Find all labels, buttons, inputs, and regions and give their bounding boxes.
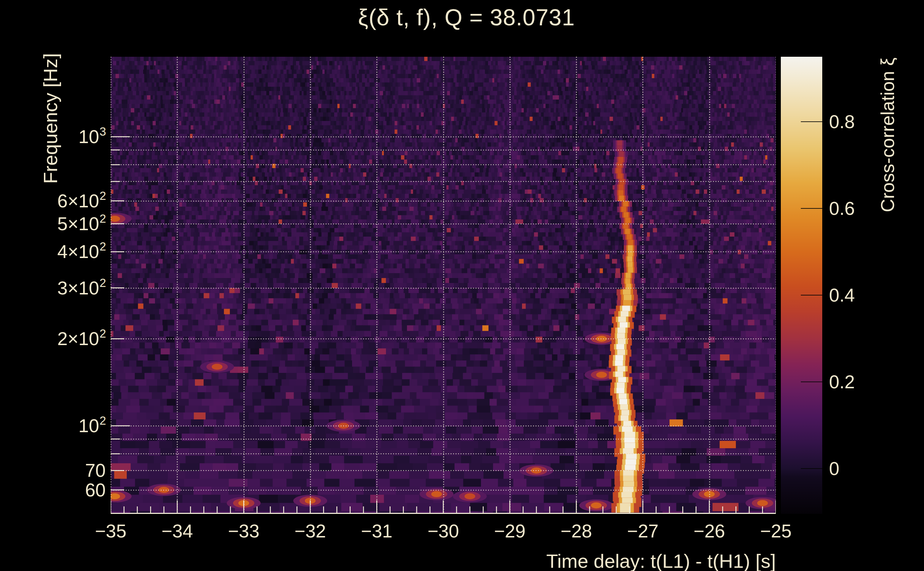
- qscan-figure: ξ(δ t, f), Q = 38.0731 Frequency [Hz] 10…: [0, 0, 924, 571]
- colorbar-title: Cross-correlation ξ: [877, 46, 895, 224]
- colorbar-tick: [801, 381, 822, 382]
- colorbar-tick: [801, 295, 822, 295]
- colorbar-tick: [801, 121, 822, 122]
- colorbar-tick-label: 0: [829, 457, 901, 480]
- x-axis-title: Time delay: t(L1) - t(H1) [s]: [428, 550, 776, 571]
- x-tick-label: −32: [278, 520, 342, 542]
- x-tick-label: −35: [79, 520, 143, 542]
- colorbar-gradient: [781, 57, 822, 514]
- colorbar-tick: [801, 208, 822, 209]
- y-tick-label: 102: [0, 414, 106, 437]
- x-tick-label: −34: [145, 520, 209, 542]
- y-tick-label: 103: [0, 125, 106, 148]
- x-tick-label: −31: [345, 520, 409, 542]
- colorbar-tick-label: 0.4: [829, 284, 901, 307]
- colorbar-tick-label: 0.2: [829, 370, 901, 393]
- spectrogram-canvas: [111, 57, 776, 514]
- y-tick-label: 5×102: [0, 212, 106, 235]
- y-tick-label: 6×102: [0, 190, 106, 212]
- x-tick-label: −27: [610, 520, 675, 542]
- y-tick-label: 2×102: [0, 327, 106, 350]
- y-tick-label: 3×102: [0, 276, 106, 299]
- colorbar-tick: [801, 468, 822, 469]
- x-tick-label: −33: [212, 520, 276, 542]
- y-tick-label: 60: [0, 478, 106, 502]
- y-axis-title: Frequency [Hz]: [39, 38, 62, 199]
- x-tick-label: −26: [677, 520, 742, 542]
- plot-title: ξ(δ t, f), Q = 38.0731: [111, 4, 822, 31]
- x-tick-label: −29: [478, 520, 542, 542]
- x-tick-label: −28: [544, 520, 609, 542]
- x-tick-label: −25: [744, 520, 808, 542]
- x-tick-label: −30: [411, 520, 476, 542]
- y-tick-label: 4×102: [0, 240, 106, 263]
